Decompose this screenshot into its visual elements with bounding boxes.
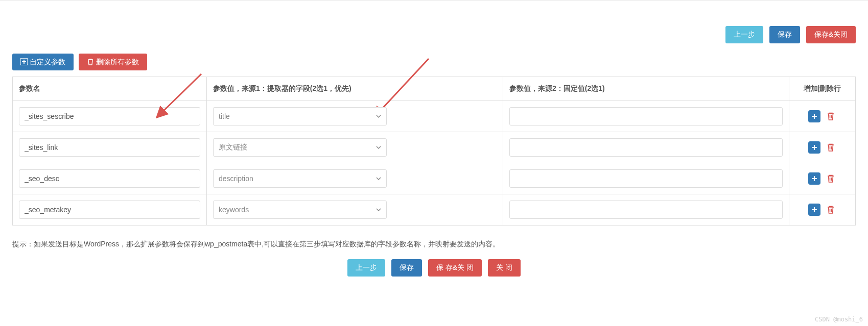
bottom-toolbar: 上一步 保存 保 存&关 闭 关 闭 bbox=[12, 259, 856, 277]
prev-button[interactable]: 上一步 bbox=[725, 26, 763, 43]
trash-icon bbox=[87, 58, 94, 65]
delete-all-params-button[interactable]: 删除所有参数 bbox=[79, 54, 147, 71]
source1-value[interactable] bbox=[213, 138, 387, 157]
source1-select[interactable] bbox=[213, 107, 387, 126]
source1-select[interactable] bbox=[213, 138, 387, 157]
source1-value[interactable] bbox=[213, 107, 387, 126]
save-button[interactable]: 保存 bbox=[769, 26, 800, 43]
prev-button-bottom[interactable]: 上一步 bbox=[347, 259, 385, 277]
add-row-button[interactable] bbox=[808, 172, 820, 185]
plus-icon bbox=[20, 58, 28, 65]
add-custom-param-button[interactable]: 自定义参数 bbox=[12, 54, 74, 71]
save-close-button[interactable]: 保存&关闭 bbox=[806, 26, 856, 43]
param-name-input[interactable] bbox=[19, 200, 200, 219]
table-row bbox=[13, 163, 856, 194]
delete-row-button[interactable] bbox=[825, 141, 837, 154]
header-source2: 参数值，来源2：固定值(2选1) bbox=[503, 77, 789, 101]
params-table: 参数名 参数值，来源1：提取器的字段(2选1，优先) 参数值，来源2：固定值(2… bbox=[12, 77, 856, 225]
source2-input[interactable] bbox=[509, 138, 783, 157]
source2-input[interactable] bbox=[509, 107, 783, 126]
delete-row-button[interactable] bbox=[825, 204, 837, 216]
add-row-button[interactable] bbox=[808, 204, 820, 216]
table-row bbox=[13, 101, 856, 132]
hint-text: 提示：如果发送目标是WordPress，那么扩展参数将会保存到wp_postme… bbox=[12, 240, 856, 249]
header-actions: 增加|删除行 bbox=[789, 77, 856, 101]
source2-input[interactable] bbox=[509, 200, 783, 219]
secondary-toolbar: 自定义参数 删除所有参数 bbox=[12, 54, 856, 71]
header-source1: 参数值，来源1：提取器的字段(2选1，优先) bbox=[207, 77, 503, 101]
delete-all-params-label: 删除所有参数 bbox=[96, 57, 139, 67]
source1-select[interactable] bbox=[213, 169, 387, 188]
source2-input[interactable] bbox=[509, 169, 783, 188]
source1-select[interactable] bbox=[213, 200, 387, 219]
close-button[interactable]: 关 闭 bbox=[488, 259, 521, 277]
param-name-input[interactable] bbox=[19, 138, 200, 157]
delete-row-button[interactable] bbox=[825, 110, 837, 122]
add-row-button[interactable] bbox=[808, 141, 820, 154]
table-row bbox=[13, 194, 856, 225]
save-close-button-bottom[interactable]: 保 存&关 闭 bbox=[428, 259, 482, 277]
header-param-name: 参数名 bbox=[13, 77, 207, 101]
top-toolbar: 上一步 保存 保存&关闭 bbox=[12, 1, 856, 54]
source1-value[interactable] bbox=[213, 200, 387, 219]
delete-row-button[interactable] bbox=[825, 172, 837, 185]
source1-value[interactable] bbox=[213, 169, 387, 188]
param-name-input[interactable] bbox=[19, 107, 200, 126]
param-name-input[interactable] bbox=[19, 169, 200, 188]
add-row-button[interactable] bbox=[808, 110, 820, 122]
table-row bbox=[13, 132, 856, 163]
add-custom-param-label: 自定义参数 bbox=[30, 57, 65, 67]
save-button-bottom[interactable]: 保存 bbox=[391, 259, 422, 277]
